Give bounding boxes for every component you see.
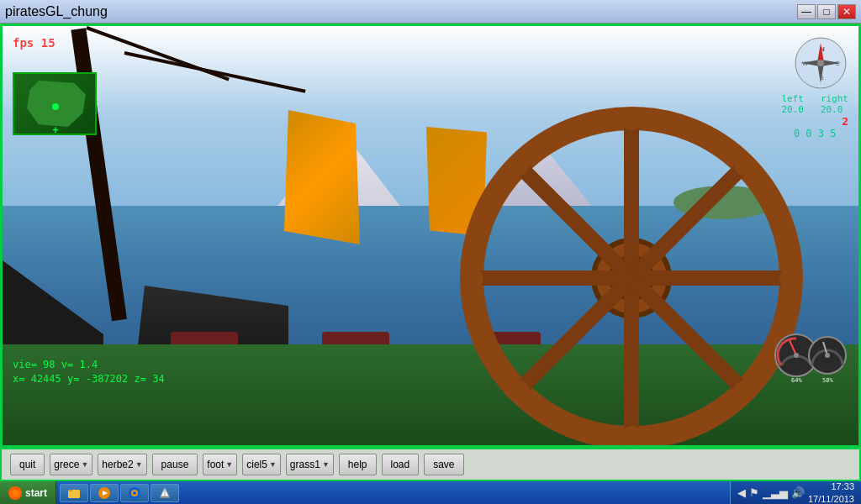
start-button[interactable]: start — [0, 481, 56, 504]
minimap-player-dot — [52, 103, 59, 110]
svg-text:64%: 64% — [791, 377, 802, 384]
taskbar-item-media[interactable] — [90, 484, 119, 502]
svg-line-8 — [519, 165, 631, 278]
ciel5-arrow-icon: ▼ — [269, 460, 277, 469]
svg-point-25 — [817, 60, 824, 66]
maximize-button[interactable]: □ — [817, 4, 836, 19]
ship-icon — [158, 486, 172, 500]
taskbar-item-filemanager[interactable] — [60, 484, 88, 502]
quit-button[interactable]: quit — [10, 454, 45, 475]
minimap-cross: + — [50, 124, 61, 135]
foot-label: foot — [207, 459, 224, 470]
stats-right-label: right — [821, 93, 848, 104]
grass1-label: grass1 — [290, 459, 320, 470]
grass1-dropdown[interactable]: grass1 ▼ — [286, 454, 334, 475]
grass1-arrow-icon: ▼ — [322, 460, 330, 469]
svg-point-16 — [509, 155, 529, 176]
system-clock: 17:33 17/11/2013 — [808, 480, 854, 504]
svg-point-43 — [133, 491, 136, 495]
compass-rose: N S E W — [794, 36, 848, 91]
svg-text:S: S — [820, 75, 824, 81]
notification-arrow-icon[interactable]: ◀ — [737, 486, 746, 499]
volume-icon[interactable]: 🔊 — [791, 486, 805, 499]
window-title: piratesGL_chung — [5, 4, 108, 19]
herbe2-label: herbe2 — [102, 459, 133, 470]
control-bar: quit grece ▼ herbe2 ▼ pause foot ▼ ciel5… — [0, 448, 861, 481]
media-icon — [98, 486, 111, 500]
svg-text:W: W — [802, 60, 808, 66]
minimap: + — [13, 72, 97, 135]
svg-point-12 — [621, 110, 642, 130]
firefox-icon — [128, 486, 141, 500]
fps-counter: fps 15 — [13, 36, 55, 50]
taskbar: start — [0, 481, 861, 504]
game-viewport: N S E W + fps 15 vie= 98 v= 1.4 x= 42445… — [0, 24, 861, 448]
svg-line-10 — [631, 165, 744, 278]
window-controls: — □ ✕ — [797, 4, 856, 19]
stats-panel: left right 20.0 20.0 2 0 0 3 5 — [781, 93, 848, 139]
svg-line-9 — [631, 278, 744, 391]
start-label: start — [25, 487, 47, 499]
svg-point-18 — [734, 155, 754, 176]
clock-time: 17:33 — [808, 480, 854, 492]
title-bar: piratesGL_chung — □ ✕ — [0, 0, 861, 24]
ciel5-label: ciel5 — [246, 459, 267, 470]
grece-arrow-icon: ▼ — [81, 460, 88, 469]
help-button[interactable]: help — [339, 454, 377, 475]
speedometer: 64% 58% — [773, 323, 848, 386]
foot-dropdown[interactable]: foot ▼ — [203, 454, 237, 475]
svg-line-11 — [519, 278, 631, 391]
stats-number: 0 0 3 5 — [781, 128, 848, 139]
herbe2-arrow-icon: ▼ — [135, 460, 143, 469]
ciel5-dropdown[interactable]: ciel5 ▼ — [242, 454, 281, 475]
herbe2-dropdown[interactable]: herbe2 ▼ — [98, 454, 146, 475]
pause-button[interactable]: pause — [152, 454, 198, 475]
load-button[interactable]: load — [382, 454, 420, 475]
debug-line1: vie= 98 v= 1.4 — [13, 358, 165, 372]
svg-text:58%: 58% — [822, 377, 833, 384]
ship-sail-1 — [280, 110, 364, 244]
save-button[interactable]: save — [424, 454, 463, 475]
taskbar-items — [56, 484, 730, 502]
svg-text:E: E — [836, 60, 840, 66]
svg-point-15 — [779, 268, 800, 288]
stats-right-val: 20.0 — [821, 104, 843, 115]
svg-text:N: N — [820, 45, 825, 53]
stats-left-label: left — [781, 93, 804, 104]
minimize-button[interactable]: — — [797, 4, 816, 19]
taskbar-item-game[interactable] — [151, 484, 179, 502]
folder-icon — [67, 486, 81, 500]
ship-wheel — [455, 76, 808, 448]
taskbar-item-firefox[interactable] — [120, 484, 149, 502]
svg-point-32 — [794, 353, 799, 358]
flag-icon: ⚑ — [749, 486, 759, 499]
foot-arrow-icon: ▼ — [225, 460, 233, 469]
svg-rect-46 — [160, 496, 170, 498]
svg-point-14 — [463, 268, 483, 288]
taskbar-tray: ◀ ⚑ ▁▃▅ 🔊 17:33 17/11/2013 — [730, 481, 861, 504]
stats-left-val: 20.0 — [781, 104, 804, 115]
svg-point-13 — [621, 426, 642, 446]
close-button[interactable]: ✕ — [837, 4, 856, 19]
svg-point-35 — [825, 353, 830, 358]
minimap-content: + — [14, 74, 95, 134]
windows-logo-icon — [8, 486, 22, 500]
svg-point-19 — [509, 381, 529, 401]
stats-score: 2 — [781, 115, 848, 128]
debug-line2: x= 42445 y= -387202 z= 34 — [13, 372, 165, 386]
svg-point-17 — [734, 381, 754, 401]
debug-info: vie= 98 v= 1.4 x= 42445 y= -387202 z= 34 — [13, 358, 165, 386]
signal-icon: ▁▃▅ — [763, 486, 788, 499]
clock-date: 17/11/2013 — [808, 493, 854, 505]
grece-label: grece — [54, 459, 79, 470]
grece-dropdown[interactable]: grece ▼ — [50, 454, 92, 475]
